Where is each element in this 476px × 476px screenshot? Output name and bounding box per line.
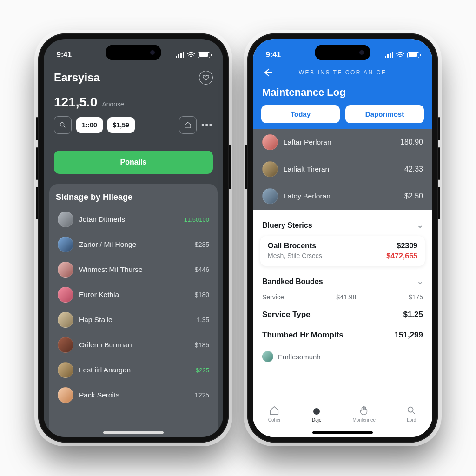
list-item-value: 180.90 (400, 138, 423, 146)
section-header[interactable]: Bluery Sterics ⌄ (253, 214, 432, 233)
list-item-value: $185 (195, 341, 209, 349)
tab-label: Coher (268, 417, 281, 423)
tab-doje[interactable]: Doje (311, 405, 322, 423)
avatar (58, 287, 73, 303)
list-item[interactable]: Zarior / Mil Honge $235 (56, 232, 211, 257)
search-button[interactable] (54, 116, 72, 134)
list-item[interactable]: Larlialt Tireran 42.33 (253, 156, 432, 183)
list-item-value: 1.35 (197, 316, 209, 324)
heart-icon (202, 74, 210, 81)
back-button[interactable] (261, 66, 274, 79)
card-value: $2309 (397, 242, 418, 250)
list-item-label: Orilenn Burrman (79, 341, 189, 349)
section-title: Sidnage by Hileage (56, 192, 211, 202)
list-item-value: 1225 (195, 391, 209, 399)
list-item-label: Euror Kethla (79, 291, 189, 299)
list-item[interactable]: Laftar Perloran 180.90 (253, 129, 432, 156)
list-item[interactable]: Pack Seroits 1225 (56, 383, 211, 408)
list-item[interactable]: Orilenn Burrman $185 (56, 332, 211, 357)
list-item-value: $446 (195, 266, 209, 273)
home-button[interactable] (179, 116, 197, 134)
avatar (58, 337, 73, 353)
list-item[interactable]: Latoy Berloran $2.50 (253, 183, 432, 210)
tab-coher[interactable]: Coher (268, 405, 281, 423)
battery-icon (198, 52, 210, 58)
signal-icon (176, 52, 184, 58)
avatar (262, 161, 278, 177)
list-item-label: Zarior / Mil Honge (79, 240, 189, 249)
balance-label: Anoose (102, 100, 124, 108)
section-title: Bluery Sterics (262, 221, 312, 230)
table-row[interactable]: Service Type $1.25 (253, 304, 432, 325)
row-label: Service Type (262, 310, 311, 319)
col-label: Service (262, 293, 284, 301)
avatar (58, 312, 73, 328)
avatar (262, 134, 278, 150)
list-item-label: Lest iirl Anargan (79, 366, 190, 374)
battery-icon (407, 52, 419, 58)
more-button[interactable]: ••• (201, 120, 213, 130)
avatar (58, 237, 73, 252)
list-item-label: Laftar Perloran (284, 138, 395, 146)
svg-line-3 (413, 412, 415, 414)
avatar (262, 188, 278, 204)
app-title: Earsyisa (54, 71, 100, 84)
row-label: Eurllesomunh (278, 353, 321, 361)
list-item[interactable]: Jotan Ditmerls 11.50100 (56, 207, 211, 232)
row-value: $1.25 (403, 310, 423, 319)
chip-value-2[interactable]: $1,59 (107, 117, 135, 133)
avatar (58, 362, 73, 378)
list-item-value: 11.50100 (184, 216, 209, 223)
page-title: Maintenance Log (253, 84, 432, 105)
tab-label: Lord (407, 417, 416, 423)
home-icon (184, 121, 192, 129)
col-value: $41.98 (336, 293, 356, 301)
wifi-icon (187, 52, 195, 58)
svg-line-1 (64, 126, 65, 127)
section-title: Bandked Boudes (262, 278, 323, 286)
svg-point-0 (60, 123, 64, 126)
card-title: Oall Brocents (268, 242, 316, 250)
list-item-value: 42.33 (404, 165, 423, 173)
dynamic-island (106, 45, 161, 60)
tab-other[interactable]: Daporimost (345, 105, 424, 123)
favorite-button[interactable] (199, 71, 213, 85)
list-item-label: Jotan Ditmerls (79, 215, 178, 224)
status-time: 9:41 (57, 51, 72, 59)
tab-lord[interactable]: Lord (406, 405, 417, 423)
tab-label: Monlennee (353, 417, 376, 423)
tab-maintenance[interactable]: Monlennee (353, 405, 376, 423)
mileage-panel: Sidnage by Hileage Jotan Ditmerls 11.501… (49, 184, 218, 437)
list-item-label: Hap Stalle (79, 316, 191, 324)
tab-today[interactable]: Today (261, 105, 340, 123)
avatar (58, 212, 73, 227)
list-item-label: Larlialt Tireran (284, 165, 399, 173)
home-indicator[interactable] (312, 431, 373, 434)
list-item[interactable]: Winmest Mil Thurse $446 (56, 257, 211, 282)
row-value: 151,299 (395, 331, 423, 340)
avatar (58, 262, 73, 278)
breadcrumb: WEB INS TE COR AN CE (280, 69, 405, 76)
dynamic-island (315, 45, 370, 60)
table-row[interactable]: Eurllesomunh (253, 345, 432, 368)
list-item[interactable]: Lest iirl Anargan $225 (56, 357, 211, 383)
wifi-icon (396, 52, 404, 58)
search-icon (406, 405, 417, 416)
section-header[interactable]: Bandked Boudes ⌄ (253, 271, 432, 290)
home-indicator[interactable] (103, 431, 164, 434)
list-item[interactable]: Hap Stalle 1.35 (56, 307, 211, 332)
list-item[interactable]: Euror Kethla $180 (56, 282, 211, 307)
status-time: 9:41 (266, 51, 281, 59)
list-item-value: $235 (195, 241, 209, 248)
avatar (262, 351, 273, 362)
phone-frame-left: 9:41 Earsyisa 121,5.0 Anoose (38, 33, 229, 443)
summary-card[interactable]: Oall Brocents $2309 Mesh, Stile Crsecs $… (260, 236, 425, 266)
list-item-value: $180 (195, 291, 209, 298)
primary-action-button[interactable]: Ponails (54, 151, 213, 174)
dot-icon (313, 408, 320, 415)
chip-value-1[interactable]: 1::00 (76, 117, 103, 133)
list-item-label: Latoy Berloran (284, 192, 399, 200)
table-row[interactable]: Thumbed Hr Mompits 151,299 (253, 325, 432, 345)
search-icon (59, 121, 66, 129)
list-item-label: Pack Seroits (79, 391, 189, 399)
